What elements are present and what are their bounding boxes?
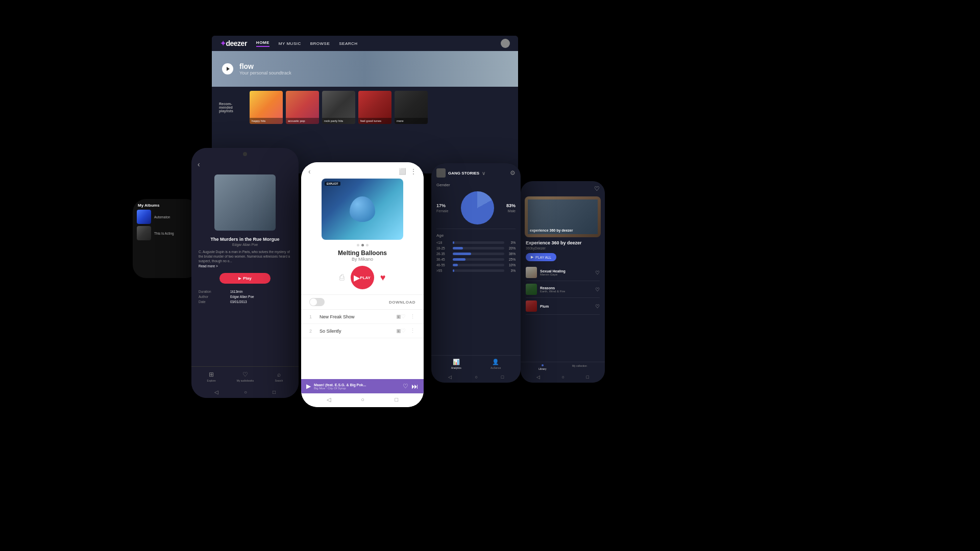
ausence-label: AuSence xyxy=(491,366,501,369)
watch-album-acting[interactable]: This Is Acting xyxy=(137,226,195,240)
explore-icon: ⊞ xyxy=(209,371,214,378)
nav-browse[interactable]: BROWSE xyxy=(310,41,330,46)
cast-icon[interactable]: ⬜ xyxy=(399,168,406,175)
exp360-sub: 360byDeezer xyxy=(526,246,600,250)
playlist-happy[interactable]: happy hits xyxy=(250,91,283,124)
nav-explore[interactable]: ⊞ Explore xyxy=(207,371,216,382)
track-heart-2[interactable]: ♡ xyxy=(401,328,406,334)
playlist-feelgood[interactable]: feel good tunes xyxy=(358,91,391,124)
track360-heart-reasons[interactable]: ♡ xyxy=(595,287,600,292)
sys-home[interactable]: ○ xyxy=(244,389,247,395)
hero-text: flow Your personal soundtrack xyxy=(239,62,291,76)
playlist-acoustic[interactable]: acoustic pop xyxy=(286,91,319,124)
date-value: 03/01/2013 xyxy=(230,300,247,304)
male-info: 83% Male xyxy=(506,203,516,213)
phone-bottom-nav: ⊞ Explore ♡ My audiobooks ⌕ Search xyxy=(191,366,299,386)
read-more-link[interactable]: Read more > xyxy=(191,263,299,269)
p360-back[interactable]: ◁ xyxy=(536,374,540,380)
ausence-tab[interactable]: 👤 AuSence xyxy=(491,359,501,369)
track360-heart-plum[interactable]: ♡ xyxy=(595,304,600,309)
p360-recents[interactable]: □ xyxy=(586,374,589,380)
analytics-bottom-nav: 📊 Analytics 👤 AuSence xyxy=(431,355,521,372)
balloon-graphic xyxy=(350,196,375,222)
phone-notch xyxy=(243,152,247,156)
play-button[interactable]: ▶ PLAY xyxy=(351,266,374,289)
age-bar-2635 xyxy=(453,253,471,255)
meta-duration-row: Duration 1š13min xyxy=(199,290,291,293)
play-all-button[interactable]: ▶ PLAY ALL xyxy=(526,253,556,261)
share-button[interactable]: ⎙ xyxy=(339,273,345,282)
explicit-badge: EXPLICIT xyxy=(325,182,340,186)
library-tab[interactable]: Library xyxy=(538,364,546,370)
audiobook-play-button[interactable]: Play xyxy=(219,273,271,284)
asys-home[interactable]: ○ xyxy=(475,374,478,380)
play-label: PLAY xyxy=(360,276,371,280)
age-bar-4655 xyxy=(453,264,458,266)
favorite-button[interactable]: ♥ xyxy=(380,272,386,283)
track360-plum[interactable]: Plum ♡ xyxy=(526,298,600,315)
age-pct-u18: 3% xyxy=(506,241,516,244)
more-icon[interactable]: ⋮ xyxy=(410,168,416,175)
asys-back[interactable]: ◁ xyxy=(448,374,452,380)
phone-360: ♡ experience 360 by deezer Experience 36… xyxy=(521,181,605,383)
p360-home[interactable]: ○ xyxy=(562,374,565,380)
age-pct-4655: 10% xyxy=(506,263,516,267)
nav-search-left[interactable]: ⌕ Search xyxy=(275,371,283,382)
settings-icon[interactable]: ⚙ xyxy=(510,169,516,177)
playlist-more[interactable]: more xyxy=(395,91,428,124)
search-icon: ⌕ xyxy=(277,371,281,378)
age-label-4655: 46-55 xyxy=(436,263,451,267)
dot-1 xyxy=(357,244,359,246)
track360-healing[interactable]: Sexual Healing Marvin Gaye ♡ xyxy=(526,264,600,281)
play-icon: ▶ xyxy=(354,273,360,283)
scene: ✦deezer HOME MY MUSIC BROWSE SEARCH flow… xyxy=(0,0,980,551)
track-title: Melting Balloons xyxy=(301,249,424,257)
nav-mymusic[interactable]: MY MUSIC xyxy=(279,41,301,46)
nav-home[interactable]: HOME xyxy=(256,40,270,47)
nav-search[interactable]: SEARCH xyxy=(339,41,357,46)
now-playing-bar: ▶ Maan! (feat. E.S.G. & Big Pok... Big M… xyxy=(301,379,424,393)
center-sys-home[interactable]: ○ xyxy=(361,396,364,403)
phone-360-inner: ♡ experience 360 by deezer Experience 36… xyxy=(521,181,605,383)
track-heart-1[interactable]: ♡ xyxy=(401,313,406,320)
heart-360-icon[interactable]: ♡ xyxy=(594,185,600,192)
age-46-55: 46-55 10% xyxy=(436,263,516,267)
sys-recents[interactable]: □ xyxy=(273,389,276,395)
center-sys-recents[interactable]: □ xyxy=(395,396,399,403)
download-toggle[interactable] xyxy=(309,298,325,306)
watch-album-automaton[interactable]: Automaton xyxy=(137,210,195,224)
center-back-icon[interactable]: ‹ xyxy=(308,167,311,176)
track360-heart-healing[interactable]: ♡ xyxy=(595,270,600,276)
thumb-plum xyxy=(526,300,537,312)
exp-title: experience 360 by deezer xyxy=(530,229,573,232)
back-arrow-icon[interactable]: ‹ xyxy=(198,160,200,168)
gang-chevron-icon[interactable]: ∨ xyxy=(482,170,485,176)
desktop-playlists: Recom­mended playlists happy hits acoust… xyxy=(212,87,518,128)
age-section: Age <18 3% 18-25 20% 26-35 xyxy=(431,231,521,277)
mycollection-tab[interactable]: My collection xyxy=(572,364,587,370)
asys-recents[interactable]: □ xyxy=(501,374,504,380)
analytics-tab[interactable]: 📊 Analytics xyxy=(451,359,461,369)
np-play-icon[interactable]: ▶ xyxy=(306,383,311,390)
nav-avatar[interactable] xyxy=(501,39,510,48)
meta-author-row: Author Edgar Allan Poe xyxy=(199,295,291,298)
age-title: Age xyxy=(436,233,516,238)
playlist-rock[interactable]: rock party hits xyxy=(322,91,355,124)
nav-my-audiobooks[interactable]: ♡ My audiobooks xyxy=(237,371,254,382)
hero-play-button[interactable] xyxy=(222,63,233,74)
center-sys-back[interactable]: ◁ xyxy=(327,396,331,403)
track360-reasons[interactable]: Reasons Earth, Wind & Fire ♡ xyxy=(526,281,600,298)
duration-value: 1š13min xyxy=(230,290,243,293)
age-pct-3645: 25% xyxy=(506,258,516,261)
track-item-2[interactable]: 2 So Silently E ♡ ⋮ xyxy=(301,324,424,338)
track-more-2[interactable]: ⋮ xyxy=(410,328,415,334)
audiobook-cover xyxy=(214,174,276,231)
lib-row: Library My collection xyxy=(521,362,605,372)
np-heart-icon[interactable]: ♡ xyxy=(403,383,408,390)
track-num-2: 2 xyxy=(309,329,316,334)
track-item-1[interactable]: 1 New Freak Show E ♡ ⋮ xyxy=(301,310,424,324)
sys-back[interactable]: ◁ xyxy=(214,389,218,395)
track-more-1[interactable]: ⋮ xyxy=(410,313,415,320)
explore-label: Explore xyxy=(207,379,216,382)
np-next-icon[interactable]: ⏭ xyxy=(411,382,419,390)
